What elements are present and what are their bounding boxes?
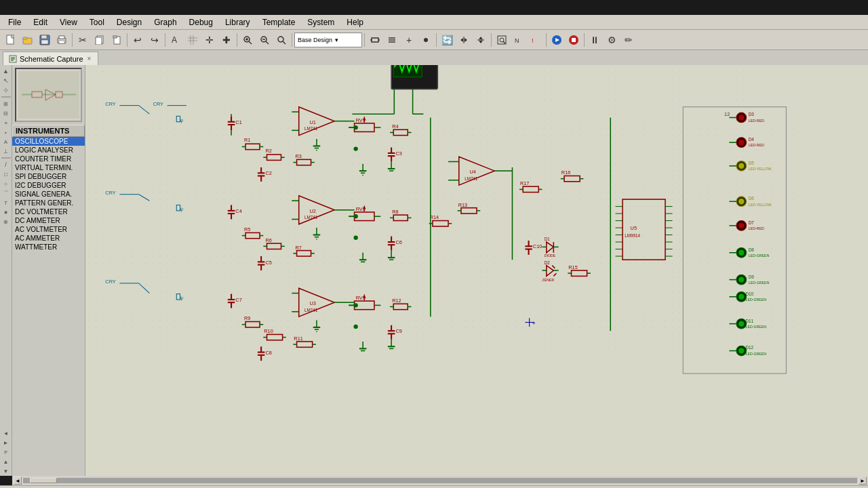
zoom-out-button[interactable] [256, 32, 273, 48]
svg-text:U3: U3 [309, 300, 315, 306]
scroll-track[interactable] [23, 478, 857, 483]
symbol-tool[interactable]: ★ [1, 207, 12, 217]
svg-text:DIODE: DIODE [545, 253, 556, 258]
menu-library[interactable]: Library [220, 16, 256, 28]
svg-text:R17: R17 [520, 180, 529, 186]
settings-button[interactable]: ⚙ [604, 32, 620, 48]
crosshair-button[interactable]: ✛ [201, 32, 218, 48]
bottom-scrollbar[interactable]: ◄ ► [12, 476, 868, 485]
copy-button[interactable] [92, 32, 108, 48]
menu-debug[interactable]: Debug [184, 16, 218, 28]
rotate-button[interactable]: 🔄 [439, 32, 455, 48]
undo-button[interactable]: ↩ [130, 32, 146, 48]
redo-button[interactable]: ↪ [146, 32, 163, 48]
instrument-i2c-debugger[interactable]: I2C DEBUGGER [12, 181, 85, 190]
instrument-ac-ammeter[interactable]: AC AMMETER [12, 234, 85, 243]
grid-button[interactable] [184, 32, 201, 48]
menu-template[interactable]: Template [257, 16, 301, 28]
zoom-area-button[interactable] [273, 32, 290, 48]
circle-tool[interactable]: ○ [1, 179, 12, 188]
place-component-button[interactable] [367, 32, 383, 48]
mirror-h-button[interactable] [456, 32, 472, 48]
paste-button[interactable] [108, 32, 125, 48]
bus-tool[interactable]: ≡ [1, 118, 12, 127]
design-dropdown[interactable]: Base Design ▾ [294, 33, 362, 47]
instruments-panel: INSTRUMENTS OSCILLOSCOPE LOGIC ANALYSER … [12, 125, 85, 476]
svg-text:R5: R5 [244, 226, 250, 232]
pan-down[interactable]: ▼ [1, 466, 12, 476]
arc-tool[interactable]: ⌒ [1, 188, 12, 198]
rect-tool[interactable]: □ [1, 169, 12, 179]
line-tool[interactable]: / [1, 160, 12, 169]
menu-help[interactable]: Help [341, 16, 369, 28]
menu-tool[interactable]: Tool [84, 16, 110, 28]
sep1 [72, 33, 73, 47]
instrument-dc-voltmeter[interactable]: DC VOLTMETER [12, 207, 85, 216]
instruments-header[interactable]: INSTRUMENTS [12, 125, 85, 137]
instrument-ac-voltmeter[interactable]: AC VOLTMETER [12, 225, 85, 234]
instrument-spi-debugger[interactable]: SPI DEBUGGER [12, 172, 85, 181]
menu-graph[interactable]: Graph [149, 16, 182, 28]
place-junction-button[interactable] [418, 32, 434, 48]
instrument-wattmeter[interactable]: WATTMETER [12, 243, 85, 251]
svg-point-293 [738, 294, 744, 300]
power-tool[interactable]: ⊥ [1, 146, 12, 156]
pointer-tool[interactable]: ↖ [1, 76, 12, 85]
menu-design[interactable]: Design [111, 16, 147, 28]
scroll-left-button[interactable]: ◄ [14, 476, 22, 485]
cut-button[interactable]: ✂ [75, 32, 91, 48]
save-button[interactable] [37, 32, 53, 48]
stop-button[interactable] [566, 32, 582, 48]
toolbar: ✂ ↩ ↪ A ✛ ✚ Base Design ▾ [0, 30, 868, 50]
instrument-virtual-terminal[interactable]: VIRTUAL TERMIN. [12, 163, 85, 172]
svg-text:R11: R11 [294, 336, 302, 342]
menu-edit[interactable]: Edit [28, 16, 53, 28]
schematic-canvas[interactable]: U1 LM741 U2 LM741 U3 LM741 U4 LM741 [85, 65, 868, 476]
place-bus-button[interactable] [384, 32, 400, 48]
menu-system[interactable]: System [302, 16, 340, 28]
scroll-right-button[interactable]: ► [859, 476, 867, 485]
svg-point-273 [738, 199, 744, 204]
junction-tool[interactable]: • [1, 127, 12, 137]
label-tool[interactable]: A [1, 137, 12, 146]
scroll-right[interactable]: ► [1, 438, 12, 447]
netlist-button[interactable]: N [511, 32, 527, 48]
new-button[interactable] [3, 32, 19, 48]
schematic-tab[interactable]: Schematic Capture × [3, 52, 98, 65]
svg-marker-36 [465, 38, 467, 42]
wire-tool[interactable]: ⊟ [1, 108, 12, 118]
tool-separator-2 [1, 157, 11, 159]
menu-file[interactable]: File [3, 16, 26, 28]
instrument-logic-analyser[interactable]: LOGIC ANALYSER [12, 146, 85, 155]
open-button[interactable] [20, 32, 36, 48]
pause-button[interactable]: ⏸ [587, 32, 603, 48]
zoom-control[interactable]: P [1, 447, 12, 457]
zoom-in-button[interactable] [239, 32, 256, 48]
instrument-pattern-generator[interactable]: PATTERN GENER. [12, 199, 85, 207]
probe-tool[interactable]: ⊹ [1, 85, 12, 95]
instrument-signal-generator[interactable]: SIGNAL GENERA. [12, 190, 85, 199]
edit-component-button[interactable]: ✏ [620, 32, 637, 48]
text-tool[interactable]: T [1, 198, 12, 207]
image-tool[interactable]: ⊕ [1, 217, 12, 226]
pan-up[interactable]: ▲ [1, 457, 12, 466]
move-button[interactable]: ✚ [218, 32, 235, 48]
run-button[interactable] [549, 32, 565, 48]
sep5 [292, 33, 292, 47]
scroll-left[interactable]: ◄ [1, 428, 12, 438]
select-tool[interactable]: ▲ [1, 66, 12, 76]
instrument-counter-timer[interactable]: COUNTER TIMER [12, 155, 85, 163]
place-wire-button[interactable]: + [401, 32, 417, 48]
menu-view[interactable]: View [54, 16, 83, 28]
zoom-fit-button[interactable] [494, 32, 510, 48]
scroll-thumb[interactable] [30, 478, 57, 483]
annotate-button[interactable]: A [167, 32, 184, 48]
component-tool[interactable]: ⊞ [1, 99, 12, 108]
print-button[interactable] [54, 32, 70, 48]
instrument-dc-ammeter[interactable]: DC AMMETER [12, 216, 85, 225]
mirror-v-button[interactable] [473, 32, 489, 48]
erc-button[interactable]: ! [528, 32, 544, 48]
instrument-oscilloscope[interactable]: OSCILLOSCOPE [12, 137, 85, 146]
tab-close-button[interactable]: × [86, 55, 93, 62]
svg-text:ZENER: ZENER [542, 278, 555, 282]
